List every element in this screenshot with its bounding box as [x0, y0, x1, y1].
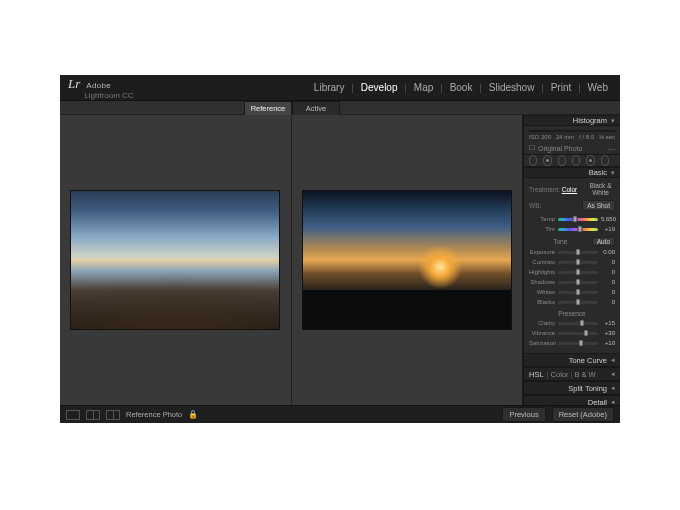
lightroom-window: Lr Adobe Lightroom CC Library | Develop …	[60, 75, 620, 423]
tone-subheader: Tone	[529, 238, 592, 245]
detail-header[interactable]: Detail ◂	[524, 395, 620, 405]
radial-filter-icon[interactable]	[586, 155, 594, 166]
tint-slider[interactable]: Tint +19	[529, 224, 615, 234]
top-bar: Lr Adobe Lightroom CC Library | Develop …	[60, 75, 620, 101]
spot-tool-icon[interactable]	[543, 155, 551, 166]
chevron-left-icon: ◂	[611, 384, 615, 392]
compare-reference-tab[interactable]: Reference	[244, 101, 292, 115]
treatment-bw[interactable]: Black & White	[586, 181, 615, 197]
brand: Lr Adobe Lightroom CC	[68, 76, 134, 100]
view-mode-loupe-icon[interactable]	[66, 410, 80, 420]
compare-toggle-row: Reference Active	[60, 101, 620, 115]
checkbox-icon: ☐	[529, 144, 535, 152]
tone-curve-header[interactable]: Tone Curve ◂	[524, 353, 620, 367]
shadows-slider[interactable]: Shadows 0	[529, 277, 615, 287]
compare-viewer	[60, 115, 523, 405]
active-pane	[291, 115, 523, 405]
reset-button[interactable]: Reset (Adobe)	[552, 407, 614, 422]
exposure-slider[interactable]: Exposure 0.00	[529, 247, 615, 257]
view-mode-survey-icon[interactable]	[106, 410, 120, 420]
split-toning-header[interactable]: Split Toning ◂	[524, 381, 620, 395]
blacks-slider[interactable]: Blacks 0	[529, 297, 615, 307]
reference-pane	[60, 115, 291, 405]
brand-product: Lightroom CC	[84, 91, 133, 100]
histogram-meta: ISO 200 24 mm f / 8.0 ⅛ sec	[529, 132, 615, 140]
contrast-slider[interactable]: Contrast 0	[529, 257, 615, 267]
module-print[interactable]: Print	[547, 80, 576, 95]
histogram-header[interactable]: Histogram ▾	[524, 115, 620, 126]
local-tools-toolbar	[524, 155, 620, 167]
presence-subheader: Presence	[529, 310, 615, 317]
module-web[interactable]: Web	[584, 80, 612, 95]
histogram-graph[interactable]	[529, 130, 615, 132]
brand-vendor: Adobe	[86, 81, 111, 90]
develop-right-panel: Histogram ▾ ISO 200 24 mm f / 8.	[523, 115, 620, 405]
histogram-panel: ISO 200 24 mm f / 8.0 ⅛ sec	[524, 126, 620, 142]
compare-active-tab[interactable]: Active	[292, 101, 340, 115]
whites-slider[interactable]: Whites 0	[529, 287, 615, 297]
chevron-down-icon: ▾	[611, 117, 615, 125]
redeye-tool-icon[interactable]	[558, 155, 566, 166]
module-map[interactable]: Map	[410, 80, 437, 95]
basic-panel: Treatment: Color Black & White WB: As Sh…	[524, 178, 620, 353]
module-slideshow[interactable]: Slideshow	[485, 80, 539, 95]
hsl-header[interactable]: HSL |Color |B & W ◂	[524, 367, 620, 381]
chevron-left-icon: ◂	[611, 370, 615, 378]
previous-button[interactable]: Previous	[502, 407, 545, 422]
highlights-slider[interactable]: Highlights 0	[529, 267, 615, 277]
chevron-down-icon: ▾	[611, 169, 615, 177]
active-photo[interactable]	[302, 190, 512, 330]
original-photo-toggle[interactable]: ☐ Original Photo —	[524, 142, 620, 155]
module-develop[interactable]: Develop	[357, 80, 402, 95]
vibrance-slider[interactable]: Vibrance +30	[529, 328, 615, 338]
treatment-color[interactable]: Color	[555, 185, 584, 194]
module-picker: Library | Develop | Map | Book | Slidesh…	[310, 80, 612, 95]
auto-tone-button[interactable]: Auto	[592, 237, 615, 246]
brush-tool-icon[interactable]	[601, 155, 609, 166]
reference-photo[interactable]	[70, 190, 280, 330]
reference-photo-label: Reference Photo	[126, 410, 182, 419]
module-library[interactable]: Library	[310, 80, 349, 95]
view-mode-compare-icon[interactable]	[86, 410, 100, 420]
crop-tool-icon[interactable]	[529, 155, 537, 166]
chevron-left-icon: ◂	[611, 356, 615, 364]
wb-preset-dropdown[interactable]: As Shot	[582, 200, 615, 211]
temp-slider[interactable]: Temp 5,650	[529, 214, 615, 224]
basic-header[interactable]: Basic ▾	[524, 167, 620, 178]
saturation-slider[interactable]: Saturation +10	[529, 338, 615, 348]
brand-logo: Lr	[68, 76, 80, 92]
clarity-slider[interactable]: Clarity +15	[529, 318, 615, 328]
treatment-row: Treatment: Color Black & White	[529, 181, 615, 197]
lock-icon[interactable]: 🔒	[188, 410, 198, 419]
chevron-left-icon: ◂	[611, 398, 615, 405]
module-book[interactable]: Book	[446, 80, 477, 95]
main-area: Histogram ▾ ISO 200 24 mm f / 8.	[60, 115, 620, 405]
wb-row: WB: As Shot	[529, 200, 615, 211]
grad-filter-icon[interactable]	[572, 155, 580, 166]
toolbar-footer: Reference Photo 🔒 Previous Reset (Adobe)	[60, 405, 620, 423]
